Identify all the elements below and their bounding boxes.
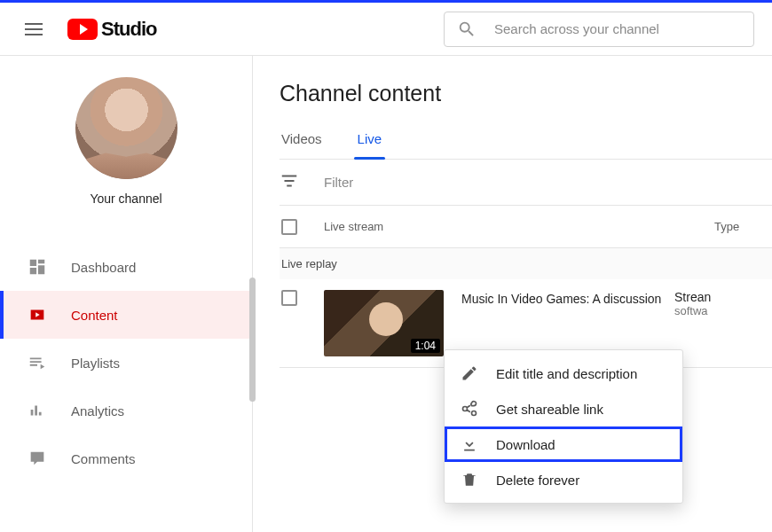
sidebar-item-label: Dashboard bbox=[71, 260, 136, 275]
video-title[interactable]: Music In Video Games: A discussion bbox=[444, 290, 674, 306]
section-label: Live replay bbox=[280, 248, 772, 279]
share-icon bbox=[461, 400, 478, 418]
filter-label: Filter bbox=[324, 175, 353, 190]
avatar[interactable] bbox=[75, 77, 177, 179]
analytics-icon bbox=[27, 400, 48, 421]
video-type: Strean softwa bbox=[674, 290, 732, 317]
sidebar-item-dashboard[interactable]: Dashboard bbox=[0, 243, 252, 291]
sidebar-item-label: Content bbox=[71, 308, 118, 323]
filter-bar[interactable]: Filter bbox=[280, 160, 772, 206]
sidebar-item-comments[interactable]: Comments bbox=[0, 434, 252, 482]
sidebar-item-label: Comments bbox=[71, 451, 136, 466]
video-thumbnail[interactable]: 1:04 bbox=[324, 290, 444, 356]
tab-live[interactable]: Live bbox=[356, 131, 384, 159]
select-all-checkbox[interactable] bbox=[281, 219, 297, 235]
video-duration: 1:04 bbox=[411, 339, 440, 353]
row-checkbox[interactable] bbox=[281, 290, 297, 306]
sidebar-nav: Dashboard Content Playlists Analytics bbox=[0, 243, 252, 482]
scrollbar-thumb[interactable] bbox=[249, 278, 256, 402]
column-header-title[interactable]: Live stream bbox=[324, 220, 714, 233]
playlists-icon bbox=[27, 352, 48, 373]
sidebar-item-label: Playlists bbox=[71, 356, 120, 371]
filter-icon bbox=[280, 171, 299, 194]
sidebar-item-analytics[interactable]: Analytics bbox=[0, 387, 252, 434]
comments-icon bbox=[27, 448, 48, 469]
search-input[interactable] bbox=[494, 21, 741, 36]
trash-icon bbox=[461, 471, 478, 489]
context-menu: Edit title and description Get shareable… bbox=[444, 349, 683, 504]
page-title: Channel content bbox=[280, 81, 772, 106]
ctx-edit[interactable]: Edit title and description bbox=[445, 356, 682, 391]
ctx-item-label: Edit title and description bbox=[496, 366, 637, 381]
studio-logo[interactable]: Studio bbox=[67, 18, 156, 41]
content-icon bbox=[27, 304, 48, 325]
logo-text: Studio bbox=[101, 18, 156, 41]
sidebar-item-playlists[interactable]: Playlists bbox=[0, 339, 252, 387]
youtube-play-icon bbox=[67, 19, 98, 40]
sidebar: Your channel Dashboard Content Playlists bbox=[0, 56, 253, 532]
ctx-download[interactable]: Download bbox=[445, 426, 682, 462]
pencil-icon bbox=[461, 364, 478, 382]
ctx-delete[interactable]: Delete forever bbox=[445, 462, 682, 497]
ctx-item-label: Download bbox=[496, 437, 555, 452]
menu-icon[interactable] bbox=[25, 19, 46, 40]
app-header: Studio bbox=[0, 3, 772, 56]
search-icon bbox=[457, 20, 477, 39]
download-icon bbox=[461, 435, 478, 453]
list-header: Live stream Type bbox=[280, 206, 772, 248]
column-header-type[interactable]: Type bbox=[714, 220, 772, 233]
tab-videos[interactable]: Videos bbox=[280, 131, 324, 159]
search-box[interactable] bbox=[444, 12, 754, 47]
sidebar-item-label: Analytics bbox=[71, 403, 124, 419]
content-tabs: Videos Live bbox=[280, 131, 772, 160]
dashboard-icon bbox=[27, 256, 48, 278]
ctx-item-label: Delete forever bbox=[496, 473, 579, 488]
avatar-label: Your channel bbox=[0, 192, 252, 206]
sidebar-item-content[interactable]: Content bbox=[0, 291, 252, 339]
ctx-item-label: Get shareable link bbox=[496, 402, 603, 417]
ctx-share[interactable]: Get shareable link bbox=[445, 391, 682, 426]
